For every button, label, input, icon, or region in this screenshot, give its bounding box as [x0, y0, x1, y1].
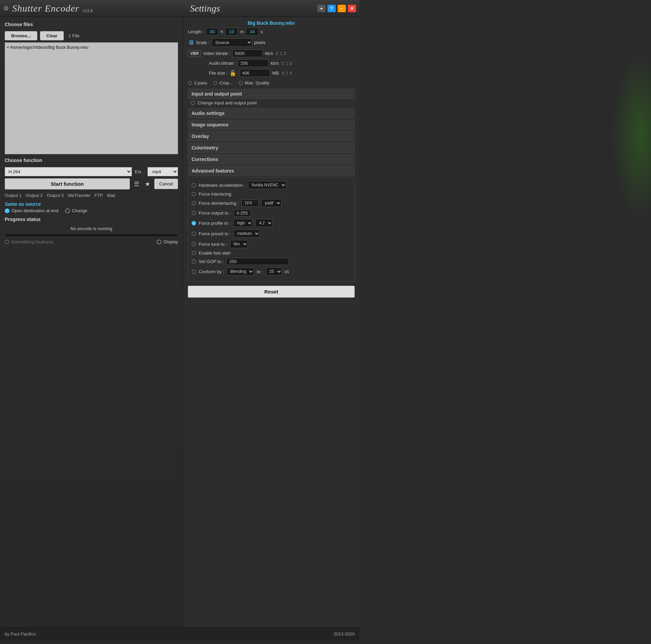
close-button[interactable]: ✕	[348, 5, 356, 12]
bottom-bar: by Paul Pacifico 2013-2020	[0, 627, 359, 641]
output-tab-3[interactable]: Output 3	[47, 193, 64, 198]
force-tune-row: Force tune to : film	[192, 240, 351, 248]
cancel-button[interactable]: Cancel	[154, 179, 178, 189]
force-deinterlacing-radio	[192, 201, 196, 205]
clear-button[interactable]: Clear	[40, 31, 64, 40]
advanced-features-content: Hardware acceleration : Nvidia NVENC For…	[188, 177, 355, 282]
video-bitrate-input[interactable]	[232, 49, 263, 57]
twopass-item[interactable]: 2-pass	[188, 80, 207, 85]
overlay-header[interactable]: Overlay	[188, 131, 355, 141]
fps-unit: i/s	[285, 269, 289, 274]
gop-input[interactable]	[226, 258, 289, 265]
audio-settings-header[interactable]: Audio settings	[188, 108, 355, 118]
titlebar-left: ⚙ Shutter Encoder v13.8	[3, 3, 93, 14]
change-radio[interactable]: Change	[65, 208, 87, 213]
display-button[interactable]: Display	[157, 239, 178, 244]
conform-method-select[interactable]: Blending	[226, 267, 254, 276]
main-container: Choose files Browse... Clear 1 File /hom…	[0, 17, 359, 627]
force-tune-label: Force tune to :	[199, 242, 227, 247]
app-title: Shutter Encoder	[12, 3, 79, 14]
open-dest-radio[interactable]: Open destination at end	[5, 208, 58, 213]
help-button[interactable]: ?	[328, 5, 336, 12]
output-tab-mail[interactable]: Mail	[107, 193, 115, 198]
crop-label: Crop...	[219, 80, 233, 85]
crop-item[interactable]: Crop...	[213, 80, 233, 85]
tff-value: TFF	[241, 200, 258, 207]
force-deinterlacing-row: Force deinterlacing : TFF yadif	[192, 199, 351, 207]
change-io-radio	[191, 101, 195, 105]
ext-label: Ext. :	[135, 169, 145, 174]
hours-input[interactable]	[206, 28, 219, 36]
year-label: 2013-2020	[334, 631, 355, 637]
minimize-button[interactable]: –	[338, 5, 346, 12]
output-range-value: 0-255	[234, 209, 251, 217]
filesize-row: File size : 🔓 MB	[188, 69, 355, 77]
enable-fast-start-radio	[192, 251, 196, 255]
titlebar: ⚙ Shutter Encoder v13.8 Settings + ? – ✕	[0, 0, 359, 17]
force-profile-row: Force profile to : high 4.2	[192, 219, 351, 227]
conform-fps-select[interactable]: 25	[266, 267, 282, 276]
enable-fast-start-row: Enable fast start	[192, 250, 351, 256]
tune-select[interactable]: film	[230, 240, 248, 248]
conform-by-label: Conform by :	[199, 269, 224, 274]
function-row: H.264 Ext. : .mp4	[5, 167, 178, 176]
length-label: Length :	[188, 29, 204, 34]
input-output-header[interactable]: Input and output point	[188, 89, 355, 99]
output-tab-wetransfer[interactable]: WeTransfer	[68, 193, 91, 198]
force-preset-radio	[192, 232, 196, 236]
force-profile-radio	[192, 221, 196, 225]
corrections-header[interactable]: Corrections	[188, 154, 355, 164]
file-list: /home/logix/Videos/Big Buck Bunny.mkv	[5, 42, 178, 154]
bitrate-section: VBR Video bitrate : kb/s Audio bitrate :…	[188, 49, 355, 77]
filesize-input[interactable]	[240, 69, 270, 77]
function-select[interactable]: H.264	[5, 167, 132, 176]
minutes-input[interactable]	[225, 28, 238, 36]
lock-icon: 🔓	[230, 70, 236, 76]
monitor-icon: 🖥	[188, 39, 194, 46]
hw-accel-select[interactable]: Nvidia NVENC	[248, 181, 286, 189]
maxquality-item[interactable]: Max. Quality	[239, 80, 269, 85]
s-unit: s	[261, 29, 263, 34]
menu-icon-button[interactable]: ☰	[133, 179, 141, 189]
scale-select[interactable]: Source	[212, 38, 252, 47]
force-profile-label: Force profile to :	[199, 221, 231, 226]
start-function-button[interactable]: Start function	[5, 178, 130, 189]
progress-bar-background	[5, 233, 178, 237]
normalizing-label: Normalizing loudness	[11, 239, 53, 244]
length-row: Length : h m s	[188, 28, 355, 36]
output-tab-1[interactable]: Output 1	[5, 193, 22, 198]
normalizing-button[interactable]: Normalizing loudness	[5, 239, 53, 244]
advanced-features-header[interactable]: Advanced features	[188, 166, 355, 176]
h-unit: h	[221, 29, 223, 34]
enable-fast-start-label: Enable fast start	[199, 250, 231, 256]
twopass-radio	[188, 81, 192, 85]
destination-section: Same as source Open destination at end C…	[5, 201, 178, 213]
colorimetry-header[interactable]: Colorimetry	[188, 143, 355, 153]
author-label: by Paul Pacifico	[5, 631, 36, 637]
star-icon-button[interactable]: ★	[143, 179, 152, 189]
pixels-label: pixels	[254, 40, 265, 45]
audio-bitrate-row: Audio bitrate : kb/s	[188, 59, 355, 67]
profile-level-select[interactable]: 4.2	[255, 219, 273, 227]
deinterlace-method-select[interactable]: yadif	[261, 199, 281, 207]
seconds-input[interactable]	[246, 28, 259, 36]
output-tab-2[interactable]: Output 2	[26, 193, 43, 198]
filesize-dashed	[282, 72, 292, 75]
change-radio-indicator	[65, 208, 70, 213]
preset-select[interactable]: medium	[234, 229, 260, 238]
reset-button[interactable]: Reset	[188, 286, 355, 298]
ext-select[interactable]: .mp4	[147, 167, 178, 176]
titlebar-buttons: + ? – ✕	[317, 5, 356, 12]
destination-row: Open destination at end Change	[5, 208, 178, 213]
browse-button[interactable]: Browse...	[5, 31, 37, 40]
add-button[interactable]: +	[317, 5, 326, 12]
kbs1-label: kb/s	[265, 51, 273, 56]
choose-function-section: Choose function H.264 Ext. : .mp4 Start …	[5, 158, 178, 189]
profile-select[interactable]: high	[233, 219, 253, 227]
image-sequence-header[interactable]: Image sequence	[188, 120, 355, 130]
kbs2-label: kb/s	[271, 61, 279, 66]
hw-accel-label: Hardware acceleration :	[199, 183, 245, 188]
audio-bitrate-input[interactable]	[238, 59, 269, 67]
output-tab-ftp[interactable]: FTP	[95, 193, 103, 198]
choose-files-section: Choose files Browse... Clear 1 File /hom…	[5, 22, 178, 154]
